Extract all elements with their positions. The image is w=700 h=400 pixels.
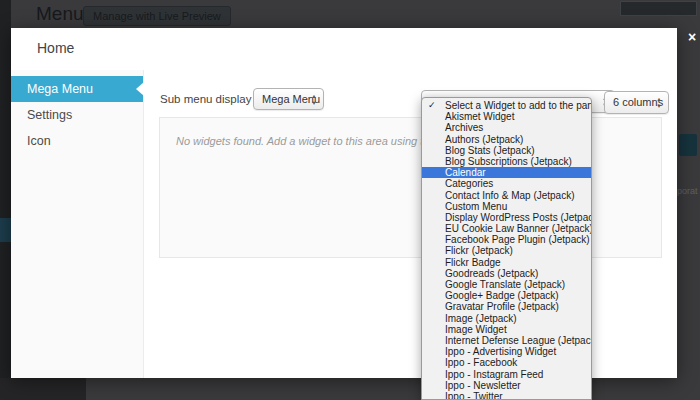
dropdown-item[interactable]: Ippo - Instagram Feed bbox=[422, 369, 591, 380]
dropdown-item[interactable]: Calendar bbox=[422, 167, 591, 178]
dropdown-item[interactable]: Authors (Jetpack) bbox=[422, 134, 591, 145]
dropdown-item[interactable]: Image (Jetpack) bbox=[422, 313, 591, 324]
admin-sidebar-footer-dimmed bbox=[0, 378, 86, 400]
check-icon: ✓ bbox=[428, 100, 436, 111]
dropdown-item-label: Calendar bbox=[445, 167, 486, 178]
dropdown-item[interactable]: Goodreads (Jetpack) bbox=[422, 268, 591, 279]
dropdown-item[interactable]: ✓Select a Widget to add to the panel bbox=[422, 100, 591, 111]
dropdown-item[interactable]: EU Cookie Law Banner (Jetpack) bbox=[422, 223, 591, 234]
columns-select[interactable]: 6 columns ▲▼ bbox=[604, 91, 669, 114]
dropdown-item[interactable]: Contact Info & Map (Jetpack) bbox=[422, 190, 591, 201]
dropdown-item-label: Contact Info & Map (Jetpack) bbox=[445, 190, 575, 201]
stepper-arrows-icon: ▲▼ bbox=[309, 90, 319, 110]
dropdown-item[interactable]: Ippo - Facebook bbox=[422, 357, 591, 368]
dropdown-item-label: Image (Jetpack) bbox=[445, 313, 517, 324]
dropdown-item[interactable]: Archives bbox=[422, 122, 591, 133]
dropdown-item[interactable]: Flickr Badge bbox=[422, 257, 591, 268]
stepper-arrows-icon: ▲▼ bbox=[654, 93, 664, 113]
dropdown-item[interactable]: Blog Stats (Jetpack) bbox=[422, 145, 591, 156]
dropdown-item[interactable]: Facebook Page Plugin (Jetpack) bbox=[422, 234, 591, 245]
dropdown-item[interactable]: Ippo - Advertising Widget bbox=[422, 346, 591, 357]
dropdown-item-label: Ippo - Advertising Widget bbox=[445, 346, 556, 357]
tab-settings[interactable]: Settings bbox=[11, 102, 143, 128]
screen: Menus Manage with Live Preview porat Hom… bbox=[0, 0, 700, 400]
widget-dropdown-list: ✓Select a Widget to add to the panelAkis… bbox=[421, 97, 592, 400]
dropdown-item-label: Facebook Page Plugin (Jetpack) bbox=[445, 234, 590, 245]
tab-icon[interactable]: Icon bbox=[11, 128, 143, 154]
dropdown-item-label: Goodreads (Jetpack) bbox=[445, 268, 538, 279]
dropdown-item-label: Authors (Jetpack) bbox=[445, 134, 523, 145]
dropdown-item-label: EU Cookie Law Banner (Jetpack) bbox=[445, 223, 592, 234]
dropdown-item-label: Google+ Badge (Jetpack) bbox=[445, 290, 559, 301]
dropdown-item[interactable]: Ippo - Twitter bbox=[422, 391, 591, 400]
dropdown-item-label: Flickr (Jetpack) bbox=[445, 245, 513, 256]
close-icon[interactable]: × bbox=[684, 29, 700, 45]
dropdown-item[interactable]: Google+ Badge (Jetpack) bbox=[422, 290, 591, 301]
dropdown-item-label: Ippo - Newsletter bbox=[445, 380, 521, 391]
dropdown-item-label: Internet Defense League (Jetpack) bbox=[445, 335, 592, 346]
dropdown-item[interactable]: Categories bbox=[422, 178, 591, 189]
background-text-fragment: porat bbox=[677, 186, 700, 196]
manage-live-preview-button[interactable]: Manage with Live Preview bbox=[83, 6, 231, 26]
dropdown-item-label: Akismet Widget bbox=[445, 111, 514, 122]
dropdown-item[interactable]: Custom Menu bbox=[422, 201, 591, 212]
submenu-mode-select[interactable]: Mega Menu ▲▼ bbox=[253, 88, 324, 110]
dropdown-item[interactable]: Image Widget bbox=[422, 324, 591, 335]
dropdown-item[interactable]: Ippo - Newsletter bbox=[422, 380, 591, 391]
admin-sidebar-dimmed bbox=[0, 0, 11, 400]
dropdown-item-label: Display WordPress Posts (Jetpack) bbox=[445, 212, 592, 223]
modal-title: Home bbox=[37, 40, 74, 56]
dropdown-item[interactable]: Gravatar Profile (Jetpack) bbox=[422, 301, 591, 312]
admin-topbar-dimmed: Menus Manage with Live Preview bbox=[0, 0, 700, 28]
dropdown-item-label: Custom Menu bbox=[445, 201, 507, 212]
dropdown-item-label: Categories bbox=[445, 178, 493, 189]
admin-sidebar-active-item-dimmed bbox=[0, 218, 11, 242]
dropdown-item-label: Ippo - Facebook bbox=[445, 357, 517, 368]
dropdown-item-label: Image Widget bbox=[445, 324, 507, 335]
dropdown-item-label: Blog Stats (Jetpack) bbox=[445, 145, 534, 156]
dropdown-item[interactable]: Google Translate (Jetpack) bbox=[422, 279, 591, 290]
dropdown-item-label: Ippo - Instagram Feed bbox=[445, 369, 543, 380]
tab-mega-menu[interactable]: Mega Menu bbox=[11, 76, 143, 102]
dropdown-item-label: Blog Subscriptions (Jetpack) bbox=[445, 156, 572, 167]
dropdown-item[interactable]: Akismet Widget bbox=[422, 111, 591, 122]
dropdown-item-label: Select a Widget to add to the panel bbox=[445, 100, 592, 111]
dropdown-item-label: Google Translate (Jetpack) bbox=[445, 279, 565, 290]
modal-sidebar: Mega MenuSettingsIcon bbox=[11, 70, 144, 378]
dropdown-item-label: Flickr Badge bbox=[445, 257, 501, 268]
dropdown-item[interactable]: Internet Defense League (Jetpack) bbox=[422, 335, 591, 346]
dropdown-item-label: Archives bbox=[445, 122, 483, 133]
dropdown-item-label: Gravatar Profile (Jetpack) bbox=[445, 301, 559, 312]
dropdown-item[interactable]: Blog Subscriptions (Jetpack) bbox=[422, 156, 591, 167]
dropdown-item[interactable]: Flickr (Jetpack) bbox=[422, 245, 591, 256]
background-button-dimmed bbox=[679, 134, 697, 156]
dropdown-item[interactable]: Display WordPress Posts (Jetpack) bbox=[422, 212, 591, 223]
dropdown-item-label: Ippo - Twitter bbox=[445, 391, 503, 400]
screen-options-box-dimmed bbox=[620, 1, 697, 16]
